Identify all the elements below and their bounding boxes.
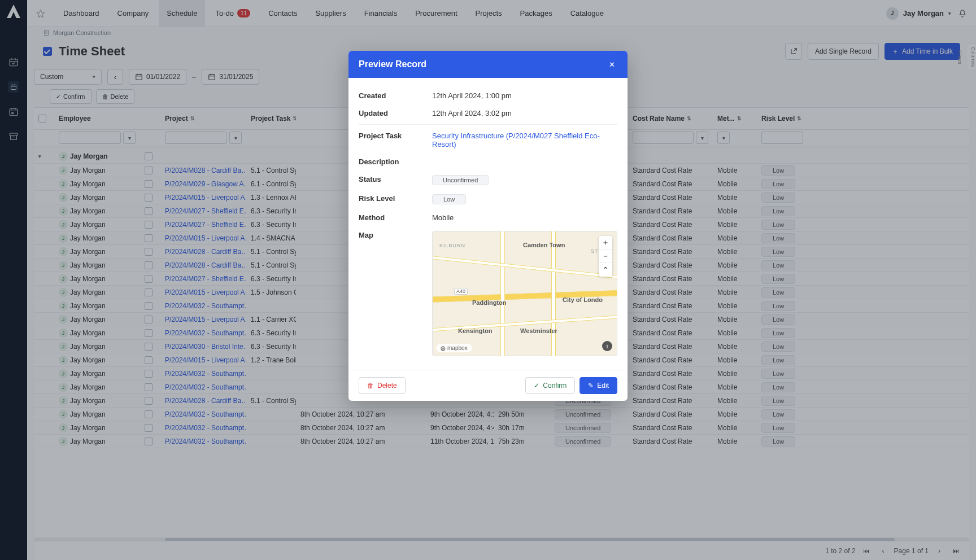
updated-label: Updated (359, 109, 432, 117)
modal-backdrop[interactable]: Preview Record ✕ Created12th April 2024,… (0, 0, 976, 560)
trash-icon: 🗑 (367, 382, 374, 390)
status-pill: Unconfirmed (432, 175, 489, 185)
map-label: Map (359, 231, 432, 239)
map-controls: ＋ － ⌃ (599, 236, 612, 277)
risk-label: Risk Level (359, 194, 432, 203)
task-label: Project Task (359, 132, 432, 140)
map-label-paddington: Paddington (472, 299, 507, 306)
modal-edit-button[interactable]: ✎Edit (580, 377, 617, 394)
method-label: Method (359, 213, 432, 222)
check-icon: ✓ (534, 382, 539, 390)
modal-delete-button[interactable]: 🗑Delete (359, 377, 406, 394)
modal-title: Preview Record (359, 59, 426, 69)
modal-body: Created12th April 2024, 1:00 pm Updated1… (348, 78, 628, 370)
map-label-city: City of Londo (563, 296, 603, 303)
map-info-button[interactable]: i (602, 341, 612, 351)
map-label-st: ST (591, 248, 599, 254)
risk-pill: Low (432, 194, 466, 204)
description-label: Description (359, 158, 432, 166)
map-widget[interactable]: Camden Town Paddington City of Londo Ken… (432, 231, 617, 356)
map-canvas: Camden Town Paddington City of Londo Ken… (433, 231, 617, 356)
modal-footer: 🗑Delete ✓Confirm ✎Edit (348, 370, 628, 401)
map-label-westminster: Westminster (520, 327, 557, 334)
map-label-camden: Camden Town (523, 242, 565, 248)
modal-confirm-button[interactable]: ✓Confirm (525, 377, 575, 394)
updated-value: 12th April 2024, 3:02 pm (432, 109, 617, 117)
method-value: Mobile (432, 213, 617, 222)
map-label-kilburn: KILBURN (439, 243, 465, 248)
map-label-a40: A40 (454, 288, 468, 295)
created-value: 12th April 2024, 1:00 pm (432, 91, 617, 100)
zoom-out-button[interactable]: － (599, 250, 612, 263)
map-label-kensington: Kensington (458, 327, 493, 334)
edit-icon: ✎ (588, 382, 594, 390)
zoom-in-button[interactable]: ＋ (599, 236, 612, 250)
preview-record-modal: Preview Record ✕ Created12th April 2024,… (348, 51, 628, 401)
modal-header: Preview Record ✕ (348, 51, 628, 78)
close-icon[interactable]: ✕ (606, 59, 617, 70)
compass-button[interactable]: ⌃ (599, 263, 612, 277)
status-label: Status (359, 175, 432, 183)
mapbox-attribution: ◎mapbox (436, 344, 472, 352)
task-link[interactable]: Security Infrastructure (P/2024/M027 She… (432, 132, 617, 148)
created-label: Created (359, 91, 432, 100)
